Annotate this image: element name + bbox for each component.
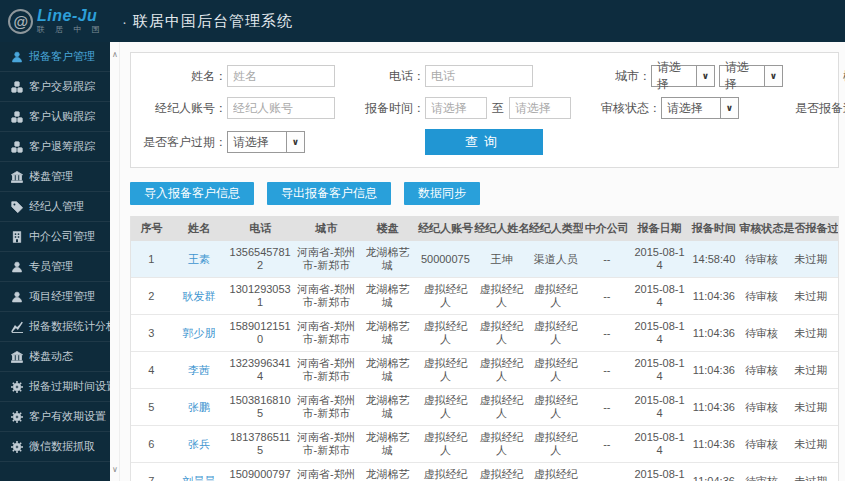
sidebar-item-3[interactable]: 客户退筹跟踪 (0, 132, 110, 162)
scroll-up-icon[interactable]: ∧ (110, 50, 120, 60)
table-cell: 15038168105 (226, 389, 294, 426)
bank-icon (10, 170, 23, 183)
table-cell: 虚拟经纪人 (474, 463, 528, 481)
table-cell: 11:04:36 (688, 426, 739, 463)
table-cell: 虚拟经纪人 (474, 315, 528, 352)
sidebar-item-11[interactable]: 报备过期时间设置 (0, 372, 110, 402)
table-cell: 未过期 (784, 463, 838, 481)
at-circle-icon: @ (8, 9, 33, 34)
table-cell: 6 (131, 426, 172, 463)
table-cell: 龙湖棉艺城 (359, 463, 417, 481)
sidebar-item-0[interactable]: 报备客户管理 (0, 42, 110, 72)
table-cell: 1 (131, 241, 172, 278)
city-province-value: 请选择 (652, 66, 696, 86)
sidebar-scrollbar[interactable]: ∧ ∨ (110, 42, 120, 481)
table-cell: 虚拟经纪人 (416, 389, 474, 426)
column-header: 序号 (131, 216, 172, 241)
gear-icon (10, 410, 23, 423)
query-field: 查询 (347, 129, 595, 155)
customer-name-link[interactable]: 李茜 (172, 352, 226, 389)
table-cell: 2015-08-14 (631, 278, 689, 315)
table-row: 6张兵18137865115河南省-郑州市-新郑市龙湖棉艺城虚拟经纪人虚拟经纪人… (131, 426, 838, 463)
table-row: 4李茜13239963414河南省-郑州市-新郑市龙湖棉艺城虚拟经纪人虚拟经纪人… (131, 352, 838, 389)
audit-status-select[interactable]: 请选择 ∨ (661, 97, 739, 119)
table-cell: 未过期 (784, 278, 838, 315)
column-header: 中介公司 (583, 216, 631, 241)
import-report-button[interactable]: 导入报备客户信息 (130, 182, 254, 205)
sidebar-item-10[interactable]: 楼盘动态 (0, 342, 110, 372)
sidebar-item-6[interactable]: 中介公司管理 (0, 222, 110, 252)
sidebar-item-5[interactable]: 经纪人管理 (0, 192, 110, 222)
sidebar-item-4[interactable]: 楼盘管理 (0, 162, 110, 192)
report-time-from-input[interactable] (425, 97, 487, 119)
table-cell: 龙湖棉艺城 (359, 315, 417, 352)
table-cell: 7 (131, 463, 172, 481)
column-header: 城市 (294, 216, 359, 241)
sidebar-item-7[interactable]: 专员管理 (0, 252, 110, 282)
table-cell: 虚拟经纪人 (416, 463, 474, 481)
sidebar-item-9[interactable]: 报备数据统计分析 (0, 312, 110, 342)
brand-name: Line-Ju (37, 8, 104, 24)
table-cell: 11:04:36 (688, 352, 739, 389)
table-cell: 13012930531 (226, 278, 294, 315)
company-icon (10, 230, 23, 243)
city-city-value: 请选择 (720, 66, 764, 86)
table-cell: -- (583, 389, 631, 426)
chevron-down-icon: ∨ (286, 132, 304, 152)
column-header: 姓名 (172, 216, 226, 241)
query-button[interactable]: 查询 (425, 129, 543, 155)
sidebar-nav: 报备客户管理客户交易跟踪客户认购跟踪客户退筹跟踪楼盘管理经纪人管理中介公司管理专… (0, 42, 110, 481)
export-report-button[interactable]: 导出报备客户信息 (267, 182, 391, 205)
table-row: 2耿发群13012930531河南省-郑州市-新郑市龙湖棉艺城虚拟经纪人虚拟经纪… (131, 278, 838, 315)
table-cell: 虚拟经纪人 (529, 315, 583, 352)
sidebar-item-label: 项目经理管理 (29, 289, 95, 304)
customer-expired-filter: 是否客户过期： 请选择 ∨ (135, 131, 347, 153)
name-input[interactable] (227, 65, 335, 87)
city-city-select[interactable]: 请选择 ∨ (719, 65, 783, 87)
scroll-down-icon[interactable]: ∨ (110, 465, 120, 475)
sidebar-item-8[interactable]: 项目经理管理 (0, 282, 110, 312)
table-cell: 13565457812 (226, 241, 294, 278)
table-cell: 龙湖棉艺城 (359, 278, 417, 315)
report-time-to-input[interactable] (509, 97, 571, 119)
coins-icon (10, 110, 23, 123)
name-label: 姓名： (135, 68, 227, 85)
city-province-select[interactable]: 请选择 ∨ (651, 65, 715, 87)
table-row: 7刘昊昊15090007970河南省-郑州市-新郑市龙湖棉艺城虚拟经纪人虚拟经纪… (131, 463, 838, 481)
data-sync-button[interactable]: 数据同步 (404, 182, 480, 205)
agent-account-label: 经纪人账号： (135, 100, 227, 117)
column-header: 是否报备过期 (784, 216, 838, 241)
sidebar-item-label: 楼盘管理 (29, 169, 73, 184)
table-cell: 河南省-郑州市-新郑市 (294, 389, 359, 426)
sidebar-item-13[interactable]: 微信数据抓取 (0, 432, 110, 462)
table-cell: -- (583, 463, 631, 481)
table-cell: 13239963414 (226, 352, 294, 389)
column-header: 经纪人类型 (529, 216, 583, 241)
column-header: 报备时间 (688, 216, 739, 241)
sidebar-item-label: 客户认购跟踪 (29, 109, 95, 124)
customer-name-link[interactable]: 王素 (172, 241, 226, 278)
sidebar-item-2[interactable]: 客户认购跟踪 (0, 102, 110, 132)
customer-name-link[interactable]: 张兵 (172, 426, 226, 463)
person-icon (10, 260, 23, 273)
table-cell: 待审核 (739, 315, 783, 352)
brand-subtitle: 联 居 中 国 (37, 26, 104, 34)
sidebar-item-12[interactable]: 客户有效期设置 (0, 402, 110, 432)
sidebar-item-1[interactable]: 客户交易跟踪 (0, 72, 110, 102)
customer-expired-label: 是否客户过期： (135, 134, 227, 151)
phone-input[interactable] (425, 65, 533, 87)
customer-name-link[interactable]: 郭少朋 (172, 315, 226, 352)
table-cell: 18137865115 (226, 426, 294, 463)
customer-name-link[interactable]: 刘昊昊 (172, 463, 226, 481)
customer-expired-select[interactable]: 请选择 ∨ (227, 131, 305, 153)
agent-account-input[interactable] (227, 97, 335, 119)
table-cell: -- (583, 426, 631, 463)
customer-name-link[interactable]: 耿发群 (172, 278, 226, 315)
table-cell: 11:04:36 (688, 463, 739, 481)
customer-name-link[interactable]: 张鹏 (172, 389, 226, 426)
sidebar-item-label: 经纪人管理 (29, 199, 84, 214)
bank-icon (10, 350, 23, 363)
sidebar-item-label: 报备数据统计分析 (29, 319, 117, 334)
table-cell: 虚拟经纪人 (474, 278, 528, 315)
table-cell: 虚拟经纪人 (529, 278, 583, 315)
